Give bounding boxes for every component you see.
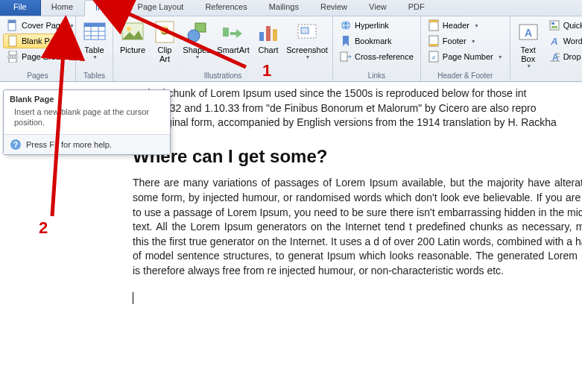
page-break-label: Page Break [22, 52, 64, 61]
screenshot-icon [295, 20, 319, 44]
header-button[interactable]: Header ▼ [424, 18, 507, 33]
pagenum-icon: # [428, 51, 440, 63]
svg-rect-22 [266, 26, 271, 41]
textbox-label: Text Box [516, 45, 541, 63]
shapes-button[interactable]: Shapes ▼ [180, 18, 213, 61]
group-text: A Text Box ▼ Quick Pa A WordArt A Drop C… [510, 16, 582, 81]
tab-insert[interactable]: Insert [84, 0, 127, 16]
page-break-button[interactable]: Page Break [3, 49, 75, 64]
ribbon: Cover Page ▼ Blank Page Page Break Pages… [0, 16, 582, 82]
chart-label: Chart [259, 45, 279, 54]
svg-rect-20 [223, 28, 229, 37]
text-cursor [133, 292, 133, 304]
footer-button[interactable]: Footer ▼ [424, 34, 507, 48]
shapes-icon [185, 20, 209, 44]
annotation-number-1: 1 [262, 61, 271, 80]
blank-page-label: Blank Page [22, 37, 63, 45]
screenshot-label: Screenshot [286, 45, 328, 54]
bookmark-button[interactable]: Bookmark [336, 34, 417, 48]
crossref-button[interactable]: Cross-reference [336, 49, 417, 64]
textbox-icon: A [516, 20, 540, 44]
group-header-footer: Header ▼ Footer ▼ # Page Number ▼ Header… [421, 16, 510, 81]
svg-point-17 [166, 28, 168, 30]
footer-icon [428, 35, 440, 47]
quickparts-button[interactable]: Quick Pa [545, 18, 582, 33]
tab-file[interactable]: File [0, 0, 41, 16]
chevron-down-icon: ▼ [471, 39, 476, 44]
svg-rect-31 [429, 20, 438, 22]
table-button[interactable]: Table ▼ [79, 18, 110, 61]
smartart-icon [221, 20, 245, 44]
hyperlink-button[interactable]: Hyperlink [336, 18, 417, 33]
svg-rect-7 [84, 23, 105, 27]
chevron-down-icon: ▼ [69, 23, 75, 28]
document-page: andard chunk of Lorem Ipsum used since t… [133, 86, 582, 306]
picture-icon [121, 20, 145, 44]
textbox-button[interactable]: A Text Box ▼ [513, 18, 543, 70]
group-tables-label: Tables [79, 71, 110, 81]
group-illustrations-label: Illustrations [116, 71, 329, 81]
pagenum-button[interactable]: # Page Number ▼ [424, 49, 507, 64]
group-tables: Table ▼ Tables [76, 16, 113, 81]
hyperlink-icon [340, 19, 352, 31]
cover-page-icon [7, 19, 19, 31]
chevron-down-icon: ▼ [92, 54, 98, 60]
svg-rect-21 [259, 32, 264, 41]
clipart-icon [153, 20, 177, 44]
svg-rect-25 [301, 28, 309, 34]
table-label: Table [84, 45, 104, 54]
group-pages: Cover Page ▼ Blank Page Page Break Pages [0, 16, 76, 81]
picture-label: Picture [120, 45, 145, 54]
tab-mailings[interactable]: Mailings [259, 0, 310, 16]
svg-point-19 [188, 30, 200, 42]
clipart-button[interactable]: Clip Art [151, 18, 179, 64]
svg-rect-40 [551, 26, 557, 28]
tab-home[interactable]: Home [41, 0, 84, 16]
group-hf-label: Header & Footer [424, 71, 507, 81]
bookmark-icon [340, 35, 352, 47]
chevron-down-icon: ▼ [306, 54, 311, 60]
tab-review[interactable]: Review [310, 0, 358, 16]
doc-paragraph: andard chunk of Lorem Ipsum used since t… [133, 86, 582, 101]
tab-view[interactable]: View [358, 0, 398, 16]
tab-page-layout[interactable]: Page Layout [127, 0, 195, 16]
doc-paragraph: xact original form, accompanied by Engli… [133, 116, 582, 130]
page-break-icon [7, 51, 19, 63]
header-icon [428, 19, 440, 31]
blank-page-icon [7, 35, 19, 47]
group-text-label [513, 71, 582, 81]
dropcap-label: Drop Ca [563, 52, 582, 61]
svg-text:#: # [432, 54, 436, 61]
svg-rect-39 [551, 22, 554, 25]
ribbon-tabs: File Home Insert Page Layout References … [0, 0, 582, 16]
chevron-down-icon: ▼ [474, 23, 479, 28]
svg-rect-38 [550, 21, 559, 30]
chevron-down-icon: ▼ [526, 63, 531, 69]
hyperlink-label: Hyperlink [355, 21, 389, 30]
svg-rect-33 [429, 44, 438, 46]
annotation-number-2: 2 [39, 218, 48, 238]
tab-pdf[interactable]: PDF [398, 0, 436, 16]
chart-button[interactable]: Chart [253, 18, 283, 55]
bookmark-label: Bookmark [355, 37, 392, 45]
shapes-label: Shapes [183, 45, 210, 54]
wordart-icon: A [548, 35, 560, 47]
quickparts-icon [548, 19, 560, 31]
group-illustrations: Picture Clip Art Shapes ▼ SmartArt Chart [113, 16, 333, 81]
smartart-button[interactable]: SmartArt [215, 18, 252, 55]
clipart-label: Clip Art [153, 45, 177, 63]
chart-icon [256, 20, 280, 44]
group-pages-label: Pages [3, 71, 72, 81]
tooltip-blank-page: Blank Page Insert a new blank page at th… [3, 89, 171, 155]
dropcap-button[interactable]: A Drop Ca [545, 49, 582, 64]
svg-rect-2 [9, 36, 16, 46]
quickparts-label: Quick Pa [563, 21, 582, 30]
picture-button[interactable]: Picture [116, 18, 149, 55]
chevron-down-icon: ▼ [195, 54, 200, 60]
wordart-button[interactable]: A WordArt [545, 34, 582, 48]
tab-references[interactable]: References [194, 0, 258, 16]
blank-page-button[interactable]: Blank Page [3, 34, 75, 48]
screenshot-button[interactable]: Screenshot ▼ [285, 18, 329, 61]
tooltip-footer: ? Press F1 for more help. [4, 134, 170, 154]
cover-page-button[interactable]: Cover Page ▼ [3, 18, 75, 33]
